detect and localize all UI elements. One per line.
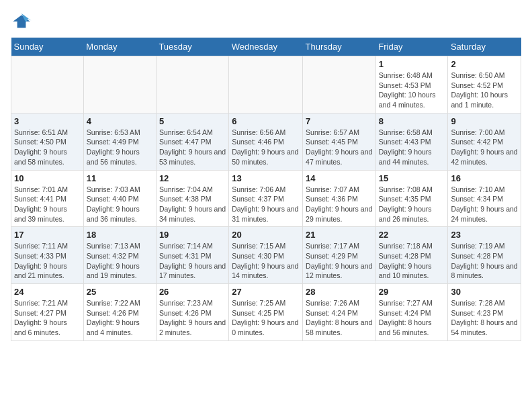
day-number: 1	[379, 59, 445, 69]
day-number: 19	[159, 230, 226, 240]
day-number: 25	[87, 287, 153, 297]
day-number: 17	[14, 230, 81, 240]
calendar-week-1: 1Sunrise: 6:48 AM Sunset: 4:53 PM Daylig…	[11, 56, 521, 113]
day-number: 7	[306, 116, 373, 126]
day-info: Sunrise: 7:15 AM Sunset: 4:30 PM Dayligh…	[232, 241, 300, 281]
calendar-cell: 14Sunrise: 7:07 AM Sunset: 4:36 PM Dayli…	[303, 170, 376, 227]
calendar-cell: 1Sunrise: 6:48 AM Sunset: 4:53 PM Daylig…	[375, 56, 448, 113]
calendar-cell	[229, 56, 303, 113]
day-info: Sunrise: 7:19 AM Sunset: 4:28 PM Dayligh…	[451, 241, 518, 281]
weekday-header-tuesday: Tuesday	[156, 38, 228, 56]
day-number: 4	[87, 116, 153, 126]
day-number: 13	[232, 173, 300, 183]
day-info: Sunrise: 7:13 AM Sunset: 4:32 PM Dayligh…	[87, 241, 153, 281]
day-info: Sunrise: 7:11 AM Sunset: 4:33 PM Dayligh…	[14, 241, 81, 281]
day-info: Sunrise: 6:57 AM Sunset: 4:45 PM Dayligh…	[306, 128, 373, 167]
day-number: 16	[451, 173, 518, 183]
day-number: 30	[451, 287, 518, 297]
calendar-cell: 30Sunrise: 7:28 AM Sunset: 4:23 PM Dayli…	[448, 284, 521, 341]
day-info: Sunrise: 7:08 AM Sunset: 4:35 PM Dayligh…	[379, 185, 445, 224]
calendar-cell: 11Sunrise: 7:03 AM Sunset: 4:40 PM Dayli…	[83, 170, 156, 227]
calendar-cell: 25Sunrise: 7:22 AM Sunset: 4:26 PM Dayli…	[83, 284, 156, 341]
day-number: 10	[14, 173, 81, 183]
calendar-cell: 12Sunrise: 7:04 AM Sunset: 4:38 PM Dayli…	[156, 170, 228, 227]
calendar-cell: 16Sunrise: 7:10 AM Sunset: 4:34 PM Dayli…	[448, 170, 521, 227]
day-info: Sunrise: 7:00 AM Sunset: 4:42 PM Dayligh…	[451, 128, 518, 167]
calendar-week-4: 17Sunrise: 7:11 AM Sunset: 4:33 PM Dayli…	[11, 227, 521, 284]
day-number: 18	[87, 230, 153, 240]
day-number: 9	[451, 116, 518, 126]
day-number: 15	[379, 173, 445, 183]
calendar-cell: 23Sunrise: 7:19 AM Sunset: 4:28 PM Dayli…	[448, 227, 521, 284]
day-number: 23	[451, 230, 518, 240]
calendar-cell: 2Sunrise: 6:50 AM Sunset: 4:52 PM Daylig…	[448, 56, 521, 113]
day-info: Sunrise: 7:22 AM Sunset: 4:26 PM Dayligh…	[87, 298, 153, 338]
calendar-week-3: 10Sunrise: 7:01 AM Sunset: 4:41 PM Dayli…	[11, 170, 521, 227]
calendar-cell: 8Sunrise: 6:58 AM Sunset: 4:43 PM Daylig…	[375, 113, 448, 170]
calendar-cell: 9Sunrise: 7:00 AM Sunset: 4:42 PM Daylig…	[448, 113, 521, 170]
day-info: Sunrise: 7:01 AM Sunset: 4:41 PM Dayligh…	[14, 185, 81, 224]
day-number: 11	[87, 173, 153, 183]
day-info: Sunrise: 6:51 AM Sunset: 4:50 PM Dayligh…	[14, 128, 81, 167]
day-info: Sunrise: 7:07 AM Sunset: 4:36 PM Dayligh…	[306, 185, 373, 224]
day-info: Sunrise: 7:21 AM Sunset: 4:27 PM Dayligh…	[14, 298, 81, 338]
calendar-cell: 15Sunrise: 7:08 AM Sunset: 4:35 PM Dayli…	[375, 170, 448, 227]
calendar-cell: 10Sunrise: 7:01 AM Sunset: 4:41 PM Dayli…	[11, 170, 84, 227]
calendar-week-5: 24Sunrise: 7:21 AM Sunset: 4:27 PM Dayli…	[11, 284, 521, 341]
day-info: Sunrise: 6:48 AM Sunset: 4:53 PM Dayligh…	[379, 71, 445, 110]
weekday-header-saturday: Saturday	[448, 38, 521, 56]
day-info: Sunrise: 7:28 AM Sunset: 4:23 PM Dayligh…	[451, 298, 518, 338]
header	[11, 11, 521, 32]
day-number: 14	[306, 173, 373, 183]
calendar-cell	[303, 56, 376, 113]
calendar-cell: 29Sunrise: 7:27 AM Sunset: 4:24 PM Dayli…	[375, 284, 448, 341]
day-number: 24	[14, 287, 81, 297]
weekday-header-thursday: Thursday	[303, 38, 376, 56]
calendar-cell	[11, 56, 84, 113]
calendar-cell: 5Sunrise: 6:54 AM Sunset: 4:47 PM Daylig…	[156, 113, 228, 170]
calendar-cell: 24Sunrise: 7:21 AM Sunset: 4:27 PM Dayli…	[11, 284, 84, 341]
weekday-header-row: SundayMondayTuesdayWednesdayThursdayFrid…	[11, 38, 521, 56]
day-info: Sunrise: 7:10 AM Sunset: 4:34 PM Dayligh…	[451, 185, 518, 224]
svg-marker-0	[13, 15, 30, 28]
day-number: 22	[379, 230, 445, 240]
day-number: 20	[232, 230, 300, 240]
day-number: 5	[159, 116, 226, 126]
logo	[11, 11, 35, 32]
day-number: 6	[232, 116, 300, 126]
calendar-week-2: 3Sunrise: 6:51 AM Sunset: 4:50 PM Daylig…	[11, 113, 521, 170]
day-info: Sunrise: 7:03 AM Sunset: 4:40 PM Dayligh…	[87, 185, 153, 224]
weekday-header-sunday: Sunday	[11, 38, 84, 56]
day-info: Sunrise: 7:26 AM Sunset: 4:24 PM Dayligh…	[306, 298, 373, 338]
calendar-cell	[83, 56, 156, 113]
calendar-cell: 4Sunrise: 6:53 AM Sunset: 4:49 PM Daylig…	[83, 113, 156, 170]
day-number: 2	[451, 59, 518, 69]
weekday-header-monday: Monday	[83, 38, 156, 56]
calendar-cell: 21Sunrise: 7:17 AM Sunset: 4:29 PM Dayli…	[303, 227, 376, 284]
calendar-cell: 20Sunrise: 7:15 AM Sunset: 4:30 PM Dayli…	[229, 227, 303, 284]
day-info: Sunrise: 6:50 AM Sunset: 4:52 PM Dayligh…	[451, 71, 518, 110]
day-number: 8	[379, 116, 445, 126]
day-number: 28	[306, 287, 373, 297]
day-info: Sunrise: 7:25 AM Sunset: 4:25 PM Dayligh…	[232, 298, 300, 338]
day-info: Sunrise: 7:17 AM Sunset: 4:29 PM Dayligh…	[306, 241, 373, 281]
day-info: Sunrise: 7:18 AM Sunset: 4:28 PM Dayligh…	[379, 241, 445, 281]
day-number: 26	[159, 287, 226, 297]
calendar-cell: 13Sunrise: 7:06 AM Sunset: 4:37 PM Dayli…	[229, 170, 303, 227]
calendar-cell: 6Sunrise: 6:56 AM Sunset: 4:46 PM Daylig…	[229, 113, 303, 170]
calendar-cell: 18Sunrise: 7:13 AM Sunset: 4:32 PM Dayli…	[83, 227, 156, 284]
calendar-cell: 26Sunrise: 7:23 AM Sunset: 4:26 PM Dayli…	[156, 284, 228, 341]
calendar-cell: 7Sunrise: 6:57 AM Sunset: 4:45 PM Daylig…	[303, 113, 376, 170]
day-info: Sunrise: 7:27 AM Sunset: 4:24 PM Dayligh…	[379, 298, 445, 338]
day-info: Sunrise: 6:54 AM Sunset: 4:47 PM Dayligh…	[159, 128, 226, 167]
day-info: Sunrise: 6:56 AM Sunset: 4:46 PM Dayligh…	[232, 128, 300, 167]
day-number: 21	[306, 230, 373, 240]
day-info: Sunrise: 7:14 AM Sunset: 4:31 PM Dayligh…	[159, 241, 226, 281]
day-number: 29	[379, 287, 445, 297]
day-number: 27	[232, 287, 300, 297]
day-info: Sunrise: 6:53 AM Sunset: 4:49 PM Dayligh…	[87, 128, 153, 167]
calendar-cell: 19Sunrise: 7:14 AM Sunset: 4:31 PM Dayli…	[156, 227, 228, 284]
day-info: Sunrise: 7:04 AM Sunset: 4:38 PM Dayligh…	[159, 185, 226, 224]
day-info: Sunrise: 7:06 AM Sunset: 4:37 PM Dayligh…	[232, 185, 300, 224]
day-info: Sunrise: 6:58 AM Sunset: 4:43 PM Dayligh…	[379, 128, 445, 167]
